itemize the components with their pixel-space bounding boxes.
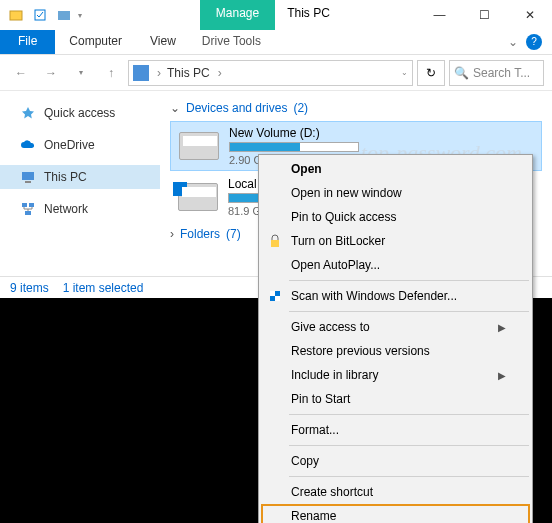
up-button[interactable]: ↑ bbox=[98, 60, 124, 86]
context-menu: Open Open in new window Pin to Quick acc… bbox=[258, 154, 533, 523]
quick-access-toolbar: ▾ bbox=[0, 0, 82, 30]
submenu-arrow-icon: ▶ bbox=[498, 370, 506, 381]
svg-rect-7 bbox=[25, 211, 31, 215]
view-menu[interactable]: View bbox=[136, 30, 190, 54]
ctx-give-access[interactable]: Give access to▶ bbox=[261, 315, 530, 339]
sidebar: Quick access OneDrive This PC Network bbox=[0, 91, 160, 276]
help-icon[interactable]: ? bbox=[526, 34, 542, 50]
submenu-arrow-icon: ▶ bbox=[498, 322, 506, 333]
drive-name: New Volume (D:) bbox=[229, 126, 359, 140]
ctx-include-library[interactable]: Include in library▶ bbox=[261, 363, 530, 387]
svg-rect-10 bbox=[270, 291, 275, 296]
minimize-button[interactable]: — bbox=[417, 0, 462, 30]
section-label: Devices and drives bbox=[186, 101, 287, 115]
separator bbox=[289, 445, 529, 446]
address-text[interactable]: This PC bbox=[167, 66, 210, 80]
window-controls: — ☐ ✕ bbox=[417, 0, 552, 30]
folder-icon bbox=[6, 5, 26, 25]
computer-menu[interactable]: Computer bbox=[55, 30, 136, 54]
svg-rect-2 bbox=[58, 11, 70, 20]
sidebar-item-network[interactable]: Network bbox=[0, 197, 160, 221]
section-count: (2) bbox=[293, 101, 308, 115]
titlebar: ▾ Manage This PC — ☐ ✕ bbox=[0, 0, 552, 30]
drive-icon bbox=[178, 183, 218, 211]
ctx-open-new-window[interactable]: Open in new window bbox=[261, 181, 530, 205]
ctx-copy[interactable]: Copy bbox=[261, 449, 530, 473]
sidebar-item-quick-access[interactable]: Quick access bbox=[0, 101, 160, 125]
star-icon bbox=[20, 105, 36, 121]
sidebar-label: Network bbox=[44, 202, 88, 216]
section-label: Folders bbox=[180, 227, 220, 241]
svg-rect-0 bbox=[10, 11, 22, 20]
svg-rect-8 bbox=[271, 240, 279, 247]
svg-rect-3 bbox=[22, 172, 34, 180]
back-button[interactable]: ← bbox=[8, 60, 34, 86]
search-placeholder: Search T... bbox=[473, 66, 530, 80]
recent-dropdown[interactable]: ▾ bbox=[68, 60, 94, 86]
ctx-rename[interactable]: Rename bbox=[261, 504, 530, 523]
svg-rect-5 bbox=[22, 203, 27, 207]
chevron-right-icon[interactable]: › bbox=[218, 66, 222, 80]
ribbon-expand-icon[interactable]: ⌄ bbox=[508, 35, 518, 49]
drive-icon bbox=[179, 132, 219, 160]
ctx-defender[interactable]: Scan with Windows Defender... bbox=[261, 284, 530, 308]
status-items: 9 items bbox=[10, 281, 49, 295]
ctx-create-shortcut[interactable]: Create shortcut bbox=[261, 480, 530, 504]
bitlocker-icon bbox=[267, 233, 283, 249]
address-bar[interactable]: › This PC › ⌄ bbox=[128, 60, 413, 86]
file-menu[interactable]: File bbox=[0, 30, 55, 54]
ctx-bitlocker[interactable]: Turn on BitLocker bbox=[261, 229, 530, 253]
svg-rect-6 bbox=[29, 203, 34, 207]
cloud-icon bbox=[20, 137, 36, 153]
sidebar-label: OneDrive bbox=[44, 138, 95, 152]
ctx-autoplay[interactable]: Open AutoPlay... bbox=[261, 253, 530, 277]
search-input[interactable]: 🔍 Search T... bbox=[449, 60, 544, 86]
chevron-right-icon[interactable]: › bbox=[157, 66, 161, 80]
section-count: (7) bbox=[226, 227, 241, 241]
maximize-button[interactable]: ☐ bbox=[462, 0, 507, 30]
sidebar-label: This PC bbox=[44, 170, 87, 184]
separator bbox=[289, 280, 529, 281]
separator bbox=[289, 476, 529, 477]
window-title: This PC bbox=[275, 0, 417, 30]
ctx-open[interactable]: Open bbox=[261, 157, 530, 181]
separator bbox=[289, 414, 529, 415]
status-selected: 1 item selected bbox=[63, 281, 144, 295]
address-dropdown-icon[interactable]: ⌄ bbox=[401, 68, 408, 77]
pc-icon bbox=[133, 65, 149, 81]
network-icon bbox=[20, 201, 36, 217]
menubar: File Computer View Drive Tools ⌄ ? bbox=[0, 30, 552, 55]
refresh-button[interactable]: ↻ bbox=[417, 60, 445, 86]
pc-icon bbox=[20, 169, 36, 185]
svg-rect-4 bbox=[25, 181, 31, 183]
close-button[interactable]: ✕ bbox=[507, 0, 552, 30]
collapse-icon[interactable]: ⌄ bbox=[170, 101, 180, 115]
devices-section[interactable]: ⌄ Devices and drives (2) bbox=[170, 97, 542, 119]
ctx-pin-start[interactable]: Pin to Start bbox=[261, 387, 530, 411]
expand-icon[interactable]: › bbox=[170, 227, 174, 241]
sidebar-item-onedrive[interactable]: OneDrive bbox=[0, 133, 160, 157]
separator bbox=[289, 311, 529, 312]
new-folder-icon[interactable] bbox=[54, 5, 74, 25]
navbar: ← → ▾ ↑ › This PC › ⌄ ↻ 🔍 Search T... bbox=[0, 55, 552, 91]
manage-tab[interactable]: Manage bbox=[200, 0, 275, 30]
sidebar-label: Quick access bbox=[44, 106, 115, 120]
ctx-restore[interactable]: Restore previous versions bbox=[261, 339, 530, 363]
forward-button[interactable]: → bbox=[38, 60, 64, 86]
ctx-format[interactable]: Format... bbox=[261, 418, 530, 442]
ctx-pin-quick-access[interactable]: Pin to Quick access bbox=[261, 205, 530, 229]
properties-icon[interactable] bbox=[30, 5, 50, 25]
drive-usage-bar bbox=[229, 142, 359, 152]
shield-icon bbox=[267, 288, 283, 304]
sidebar-item-this-pc[interactable]: This PC bbox=[0, 165, 160, 189]
drive-tools-tab[interactable]: Drive Tools bbox=[190, 30, 273, 54]
search-icon: 🔍 bbox=[454, 66, 469, 80]
svg-rect-11 bbox=[275, 296, 280, 301]
